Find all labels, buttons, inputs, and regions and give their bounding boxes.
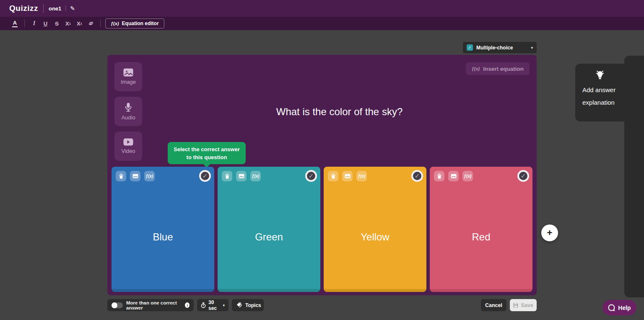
question-type-label: Multiple-choice <box>476 45 527 51</box>
answer-card-2: ƒ(x) ✓ Green <box>218 167 320 292</box>
toggle-knob <box>112 302 117 308</box>
answer-toolbar: ƒ(x) <box>116 171 155 181</box>
add-audio-button[interactable]: Audio <box>114 97 142 126</box>
answer-toolbar: ƒ(x) <box>434 171 473 181</box>
tags-icon <box>236 302 242 308</box>
chat-bubble-icon <box>608 304 615 311</box>
app-header: Quizizz one1 ✎ <box>0 0 644 17</box>
chevron-down-icon: ▾ <box>531 46 533 50</box>
delete-answer-button[interactable] <box>328 171 338 181</box>
answer-toolbar: ƒ(x) <box>328 171 367 181</box>
chevron-down-icon: ▾ <box>223 303 225 307</box>
timer-value: 30 sec <box>208 299 220 311</box>
toolbar-divider <box>24 20 25 27</box>
question-type-dropdown[interactable]: ✓ Multiple-choice ▾ <box>463 42 537 53</box>
underline-button[interactable]: U <box>40 18 51 29</box>
mark-correct-toggle[interactable]: ✓ <box>517 170 529 182</box>
timer-dropdown[interactable]: 30 sec ▾ <box>197 299 229 311</box>
save-button[interactable]: Save <box>510 299 537 311</box>
add-image-button[interactable]: Image <box>114 62 142 91</box>
multi-correct-label: More than one correct answer <box>126 300 182 310</box>
correct-answer-tooltip: Select the correct answer to this questi… <box>168 142 246 164</box>
fx-icon: ƒ(x) <box>358 174 366 178</box>
answer-equation-button[interactable]: ƒ(x) <box>356 171 367 181</box>
delete-answer-button[interactable] <box>116 171 126 181</box>
multi-correct-setting: More than one correct answer i <box>107 299 194 311</box>
tooltip-line: to this question <box>187 153 227 161</box>
quizizz-logo: Quizizz <box>9 4 38 13</box>
equation-editor-button[interactable]: ƒ(x) Equation editor <box>105 18 164 28</box>
answer-text-input[interactable]: Green <box>218 185 320 289</box>
stopwatch-icon <box>201 302 206 308</box>
text-format-button[interactable]: A <box>9 18 21 29</box>
mark-correct-toggle[interactable]: ✓ <box>199 170 211 182</box>
topics-label: Topics <box>245 302 261 308</box>
question-text-input[interactable]: What is the color of the sky? <box>142 106 537 118</box>
superscript-button[interactable]: X1 <box>62 18 74 29</box>
edit-title-pencil-icon[interactable]: ✎ <box>70 5 75 12</box>
italic-button[interactable]: I <box>29 18 40 29</box>
help-label: Help <box>618 305 631 311</box>
answer-image-button[interactable] <box>448 171 459 181</box>
video-icon <box>123 138 133 146</box>
delete-answer-button[interactable] <box>222 171 232 181</box>
answer-toolbar: ƒ(x) <box>222 171 261 181</box>
answer-image-button[interactable] <box>130 171 140 181</box>
answer-card-4: ƒ(x) ✓ Red <box>430 167 532 292</box>
add-question-button[interactable]: + <box>541 225 558 241</box>
subscript-num: 1 <box>80 22 82 26</box>
answer-card-1: ƒ(x) ✓ Blue <box>112 167 214 292</box>
link-icon <box>88 21 94 26</box>
link-button[interactable] <box>85 18 96 29</box>
answer-equation-button[interactable]: ƒ(x) <box>144 171 155 181</box>
delete-answer-button[interactable] <box>434 171 444 181</box>
answer-text-input[interactable]: Blue <box>112 185 214 289</box>
format-toolbar: A I U S X1 X1 ƒ(x) Equation editor <box>0 17 644 30</box>
mark-correct-toggle[interactable]: ✓ <box>305 170 317 182</box>
collapsed-side-panel[interactable] <box>624 56 644 297</box>
multi-correct-toggle[interactable] <box>112 302 123 308</box>
media-button-label: Image <box>121 79 136 85</box>
fx-icon: ƒ(x) <box>464 174 472 178</box>
fx-icon: ƒ(x) <box>252 174 260 178</box>
info-icon[interactable]: i <box>185 302 190 308</box>
answer-equation-button[interactable]: ƒ(x) <box>250 171 261 181</box>
header-divider <box>43 4 44 13</box>
multiple-choice-icon: ✓ <box>467 44 473 51</box>
mark-correct-toggle[interactable]: ✓ <box>411 170 423 182</box>
add-explanation-button[interactable]: Add answer explanation <box>575 64 625 121</box>
save-icon <box>513 303 518 308</box>
answer-text-input[interactable]: Yellow <box>324 185 426 289</box>
strikethrough-button[interactable]: S <box>51 18 62 29</box>
explanation-line: explanation <box>582 96 615 109</box>
answer-text-input[interactable]: Red <box>430 185 532 289</box>
answer-image-button[interactable] <box>342 171 353 181</box>
lightbulb-icon <box>595 70 605 82</box>
subscript-button[interactable]: X1 <box>74 18 85 29</box>
fx-icon: ƒ(x) <box>111 21 119 26</box>
toolbar-divider <box>100 20 101 27</box>
superscript-num: 1 <box>69 22 71 26</box>
media-button-label: Audio <box>121 114 135 121</box>
explanation-line: Add answer <box>582 84 615 96</box>
subscript-base: X <box>77 21 80 27</box>
add-video-button[interactable]: Video <box>114 132 142 161</box>
tooltip-line: Select the correct answer <box>174 145 240 153</box>
topics-button[interactable]: Topics <box>232 299 264 311</box>
help-button[interactable]: Help <box>602 300 636 315</box>
fx-icon: ƒ(x) <box>472 66 480 71</box>
answer-equation-button[interactable]: ƒ(x) <box>462 171 473 181</box>
answer-card-3: ƒ(x) ✓ Yellow <box>324 167 426 292</box>
media-button-label: Video <box>121 148 135 154</box>
superscript-base: X <box>65 21 69 27</box>
cancel-button[interactable]: Cancel <box>481 299 506 311</box>
insert-equation-label: Insert equation <box>483 66 524 72</box>
question-editor-panel: Image Audio Video ƒ(x) Insert equation W… <box>107 55 537 295</box>
answer-image-button[interactable] <box>236 171 247 181</box>
quiz-title: one1 <box>49 5 61 12</box>
add-explanation-label: Add answer explanation <box>582 84 615 109</box>
header-divider <box>65 5 66 11</box>
text-format-icon: A <box>12 20 18 27</box>
insert-equation-button[interactable]: ƒ(x) Insert equation <box>466 62 530 75</box>
microphone-icon <box>125 102 132 112</box>
